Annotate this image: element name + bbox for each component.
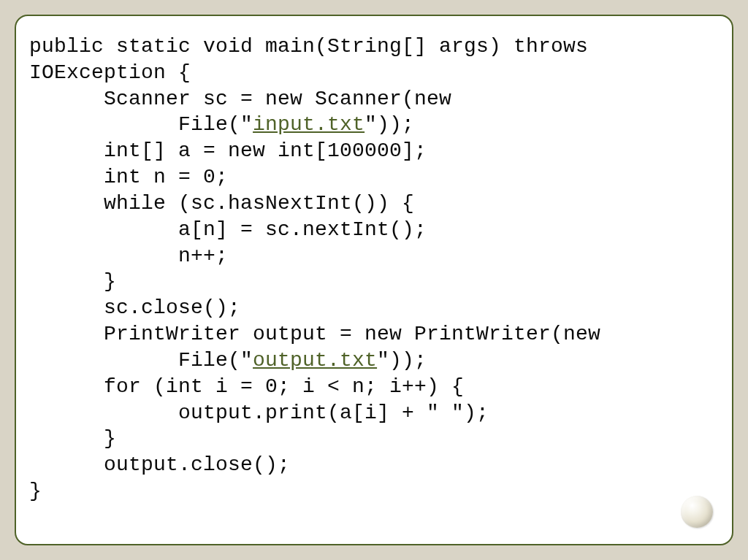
file-link-output[interactable]: output.txt bbox=[253, 349, 377, 372]
code-line: } bbox=[29, 427, 116, 450]
code-line: for (int i = 0; i < n; i++) { bbox=[29, 375, 464, 398]
slide-frame: public static void main(String[] args) t… bbox=[15, 15, 733, 545]
code-line: n++; bbox=[29, 245, 228, 267]
code-line: } bbox=[29, 270, 116, 293]
corner-ornament-icon bbox=[681, 496, 713, 528]
code-line-part: ")); bbox=[377, 349, 427, 372]
code-line: int[] a = new int[100000]; bbox=[29, 139, 427, 162]
code-line: output.print(a[i] + " "); bbox=[29, 402, 489, 424]
code-line-part: File(" bbox=[29, 113, 253, 136]
code-line-part: ")); bbox=[365, 113, 414, 136]
code-line: while (sc.hasNextInt()) { bbox=[29, 192, 414, 215]
code-line: PrintWriter output = new PrintWriter(new bbox=[29, 323, 600, 345]
code-line: a[n] = sc.nextInt(); bbox=[29, 218, 427, 241]
code-line: IOException { bbox=[29, 61, 191, 84]
code-line: output.close(); bbox=[29, 453, 290, 476]
code-block: public static void main(String[] args) t… bbox=[29, 34, 719, 505]
code-line: public static void main(String[] args) t… bbox=[29, 35, 588, 58]
code-line: int n = 0; bbox=[29, 166, 228, 188]
code-line: sc.close(); bbox=[29, 296, 240, 319]
code-line-part: File(" bbox=[29, 349, 253, 372]
code-line: Scanner sc = new Scanner(new bbox=[29, 88, 451, 110]
code-line: } bbox=[29, 480, 42, 502]
file-link-input[interactable]: input.txt bbox=[253, 113, 365, 136]
